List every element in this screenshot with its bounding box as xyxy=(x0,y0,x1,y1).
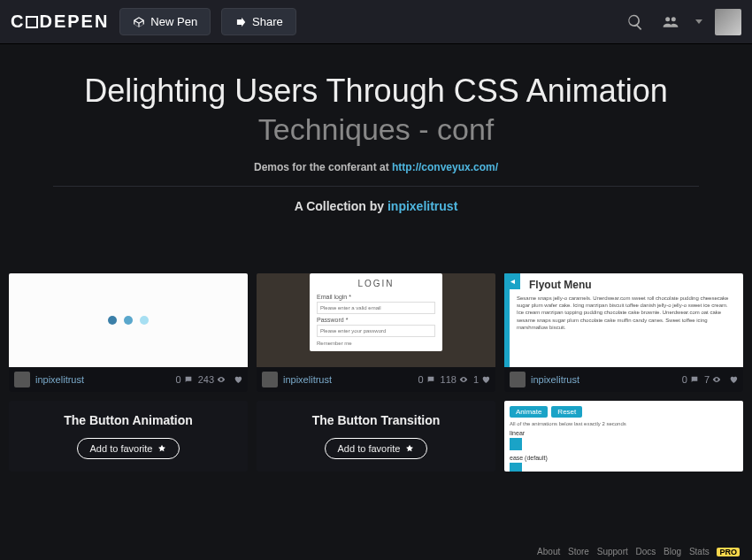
heart-icon xyxy=(729,375,738,384)
reset-button: Reset xyxy=(551,406,582,418)
views-stat[interactable]: 7 xyxy=(704,374,721,385)
footer-link[interactable]: About xyxy=(537,547,560,556)
pen-meta: inpixelitrust 0 243 xyxy=(9,367,248,392)
page-description: Demos for the conferant at http://convey… xyxy=(18,161,734,173)
star-icon xyxy=(157,444,166,453)
footer-link[interactable]: Docs xyxy=(636,547,656,556)
login-preview: LOGIN Email login * Password * Remember … xyxy=(310,273,442,351)
loves-stat[interactable] xyxy=(231,375,242,384)
loading-dots-icon xyxy=(108,316,149,325)
page-subtitle: Techniques - conf xyxy=(18,111,734,149)
star-icon xyxy=(405,444,414,453)
pen-author[interactable]: inpixelitrust xyxy=(531,374,677,385)
password-field xyxy=(317,325,435,337)
dropdown-caret-icon[interactable] xyxy=(695,19,702,24)
byline: A Collection by inpixelitrust xyxy=(18,199,734,213)
eye-icon xyxy=(459,375,468,384)
favorite-button: Add to favorite xyxy=(325,438,428,459)
logo[interactable]: CDEPEN xyxy=(11,12,109,32)
footer-link[interactable]: Support xyxy=(597,547,628,556)
pen-title: The Button Animation xyxy=(64,413,193,427)
pen-thumb xyxy=(9,273,248,367)
share-button[interactable]: Share xyxy=(221,8,296,35)
new-pen-label: New Pen xyxy=(150,15,197,28)
pen-meta: inpixelitrust 0 118 1 xyxy=(257,367,495,392)
pen-thumb: The Button Animation Add to favorite xyxy=(9,401,248,472)
cube-icon xyxy=(133,16,145,28)
mini-avatar[interactable] xyxy=(510,372,526,387)
pen-author[interactable]: inpixelitrust xyxy=(35,374,171,385)
comments-stat[interactable]: 0 xyxy=(418,374,434,385)
footer-link[interactable]: Stats xyxy=(689,547,710,556)
pen-meta: inpixelitrust 0 7 xyxy=(504,367,743,392)
animation-preview: Animate Reset All of the animations belo… xyxy=(504,401,743,472)
pen-grid: inpixelitrust 0 243 LOGIN Email login * … xyxy=(0,229,752,472)
collection-header: Delighting Users Through CSS Animation T… xyxy=(0,44,752,229)
pen-thumb: Animate Reset All of the animations belo… xyxy=(504,401,743,472)
search-button[interactable] xyxy=(618,4,653,40)
mini-avatar[interactable] xyxy=(262,372,278,387)
views-stat[interactable]: 243 xyxy=(198,374,226,385)
eye-icon xyxy=(712,375,721,384)
pen-card[interactable]: inpixelitrust 0 243 xyxy=(9,273,248,392)
eye-icon xyxy=(217,375,226,384)
pen-thumb: The Button Transition Add to favorite xyxy=(257,401,495,472)
comments-stat[interactable]: 0 xyxy=(682,374,699,385)
flyout-preview: ◂ Flyout Menu Sesame snaps jelly-o caram… xyxy=(504,273,743,367)
footer-links: About Store Support Docs Blog Stats PRO xyxy=(532,547,740,556)
search-icon xyxy=(626,13,644,31)
author-link[interactable]: inpixelitrust xyxy=(388,199,457,213)
pen-card[interactable]: The Button Transition Add to favorite xyxy=(257,401,495,472)
email-field xyxy=(317,302,435,314)
loves-stat[interactable]: 1 xyxy=(473,374,490,385)
favorite-button: Add to favorite xyxy=(77,438,180,459)
loves-stat[interactable] xyxy=(726,375,738,384)
pro-badge[interactable]: PRO xyxy=(717,548,740,556)
share-icon xyxy=(234,16,247,28)
pen-title: The Button Transition xyxy=(312,413,441,427)
heart-icon xyxy=(234,375,242,384)
pen-card[interactable]: Animate Reset All of the animations belo… xyxy=(504,401,743,472)
people-button[interactable] xyxy=(653,4,688,40)
people-icon xyxy=(662,13,679,31)
pen-author[interactable]: inpixelitrust xyxy=(283,374,412,385)
pen-card[interactable]: ◂ Flyout Menu Sesame snaps jelly-o caram… xyxy=(504,273,743,392)
heart-icon xyxy=(481,375,490,384)
footer-link[interactable]: Blog xyxy=(664,547,681,556)
conf-link[interactable]: http://conveyux.com/ xyxy=(392,161,498,173)
pen-thumb: LOGIN Email login * Password * Remember … xyxy=(257,273,495,367)
comments-stat[interactable]: 0 xyxy=(176,374,193,385)
divider xyxy=(53,186,699,187)
swatch-icon xyxy=(510,438,522,450)
swatch-icon xyxy=(510,463,522,472)
share-label: Share xyxy=(252,15,283,28)
views-stat[interactable]: 118 xyxy=(441,374,468,385)
pen-card[interactable]: The Button Animation Add to favorite xyxy=(9,401,248,472)
comment-icon xyxy=(184,375,193,384)
topbar: CDEPEN New Pen Share xyxy=(0,0,752,44)
comment-icon xyxy=(426,375,435,384)
mini-avatar[interactable] xyxy=(14,372,30,387)
animate-button: Animate xyxy=(510,406,548,418)
comment-icon xyxy=(690,375,699,384)
new-pen-button[interactable]: New Pen xyxy=(119,8,211,35)
pen-card[interactable]: LOGIN Email login * Password * Remember … xyxy=(257,273,495,392)
footer-link[interactable]: Store xyxy=(568,547,589,556)
page-title: Delighting Users Through CSS Animation xyxy=(18,71,734,111)
avatar[interactable] xyxy=(715,9,741,35)
pen-thumb: ◂ Flyout Menu Sesame snaps jelly-o caram… xyxy=(504,273,743,367)
flyout-toggle-icon: ◂ xyxy=(504,273,520,289)
